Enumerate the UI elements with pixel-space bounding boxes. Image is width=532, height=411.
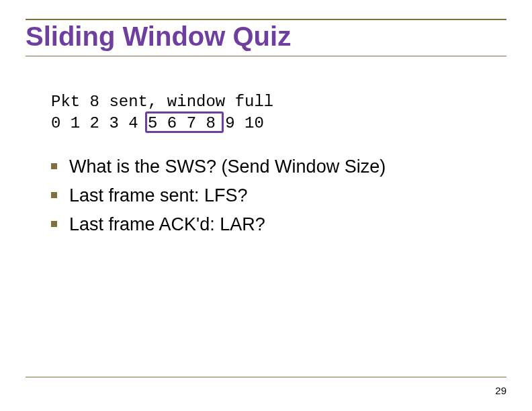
bullet-list: What is the SWS? (Send Window Size) Last…: [51, 155, 506, 236]
bullet-text: Last frame sent: LFS?: [69, 184, 248, 208]
list-item: Last frame sent: LFS?: [51, 184, 506, 208]
mono-line-1: Pkt 8 sent, window full: [51, 91, 506, 113]
slide-title: Sliding Window Quiz: [26, 21, 506, 52]
top-rule: [26, 19, 506, 20]
page-number: 29: [495, 385, 506, 396]
bullet-icon: [51, 221, 57, 227]
mono-line-2: 0 1 2 3 4 5 6 7 8 9 10: [51, 113, 506, 134]
bullet-icon: [51, 163, 57, 169]
content-area: Pkt 8 sent, window full 0 1 2 3 4 5 6 7 …: [26, 56, 506, 236]
bullet-text: What is the SWS? (Send Window Size): [69, 155, 386, 179]
bullet-icon: [51, 192, 57, 198]
list-item: What is the SWS? (Send Window Size): [51, 155, 506, 179]
list-item: Last frame ACK'd: LAR?: [51, 213, 506, 236]
packet-diagram: Pkt 8 sent, window full 0 1 2 3 4 5 6 7 …: [51, 91, 506, 135]
bullet-text: Last frame ACK'd: LAR?: [69, 213, 265, 236]
slide: Sliding Window Quiz Pkt 8 sent, window f…: [0, 0, 532, 411]
footer-rule: [26, 377, 506, 377]
